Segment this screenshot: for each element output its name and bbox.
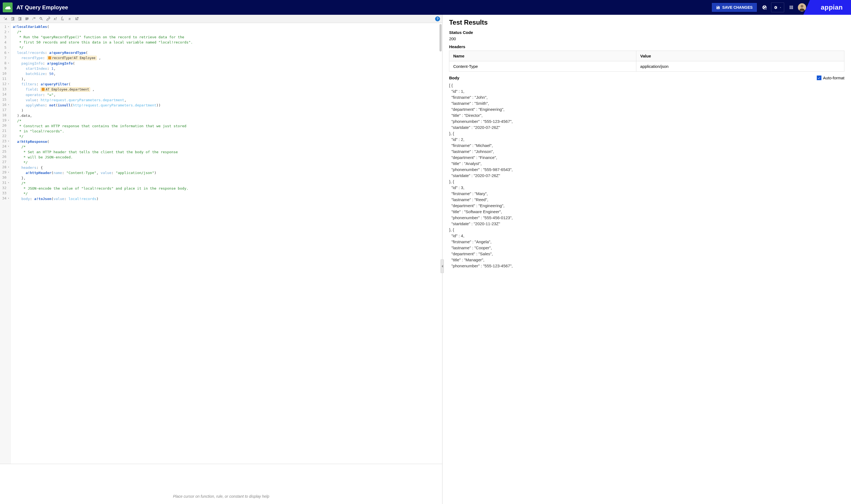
app-header: AT Query Employee SAVE CHANGES appian bbox=[0, 0, 851, 15]
comment-icon[interactable]: /* bbox=[31, 16, 37, 22]
brand-text: appian bbox=[821, 3, 843, 11]
chevron-down-icon bbox=[779, 6, 782, 9]
pi-icon[interactable]: π bbox=[66, 16, 73, 22]
headers-col-name: Name bbox=[449, 51, 636, 61]
editor-hint: Place cursor on function, rule, or const… bbox=[0, 464, 442, 504]
response-body: [ { "id" : 1, "firstname" : "John", "las… bbox=[449, 82, 845, 269]
apps-grid-icon[interactable] bbox=[786, 2, 796, 12]
body-label: Body bbox=[449, 75, 459, 80]
page-title: AT Query Employee bbox=[16, 4, 68, 11]
function-fx-icon[interactable]: fx bbox=[59, 16, 66, 22]
magic-wand-icon[interactable] bbox=[2, 16, 9, 22]
table-row: Content-Typeapplication/json bbox=[449, 61, 845, 72]
brand-logo: appian bbox=[810, 0, 851, 15]
editor-pane: /* x! fx π ? 1▾2▾3456▾78▾9101112▾1314151… bbox=[0, 15, 442, 504]
save-button-label: SAVE CHANGES bbox=[722, 5, 753, 10]
headers-table: Name Value Content-Typeapplication/json bbox=[449, 51, 845, 72]
export-icon[interactable] bbox=[73, 16, 80, 22]
save-icon bbox=[716, 5, 720, 10]
help-icon[interactable]: ? bbox=[435, 16, 440, 21]
svg-point-0 bbox=[765, 8, 766, 9]
gear-icon bbox=[774, 5, 778, 10]
headers-label: Headers bbox=[449, 44, 845, 49]
search-icon[interactable] bbox=[38, 16, 45, 22]
indent-icon[interactable] bbox=[16, 16, 23, 22]
link-icon[interactable] bbox=[45, 16, 51, 22]
pane-splitter[interactable] bbox=[440, 259, 444, 273]
settings-dropdown[interactable] bbox=[771, 2, 784, 12]
format-icon[interactable] bbox=[23, 16, 30, 22]
editor-scrollbar[interactable] bbox=[439, 24, 442, 51]
status-code-value: 200 bbox=[449, 36, 845, 41]
autoformat-label: Auto-format bbox=[823, 75, 845, 80]
editor-toolbar: /* x! fx π ? bbox=[0, 15, 442, 23]
app-logo-icon bbox=[3, 2, 13, 12]
status-code-label: Status Code bbox=[449, 30, 845, 35]
svg-point-2 bbox=[801, 5, 803, 8]
variable-x-icon[interactable]: x! bbox=[52, 16, 58, 22]
outdent-icon[interactable] bbox=[9, 16, 16, 22]
results-pane: Test Results Status Code 200 Headers Nam… bbox=[442, 15, 851, 504]
search-global-icon[interactable] bbox=[760, 2, 769, 12]
code-editor[interactable]: 1▾2▾3456▾78▾9101112▾13141516▾171819▾2021… bbox=[0, 23, 442, 464]
headers-col-value: Value bbox=[636, 51, 845, 61]
save-changes-button[interactable]: SAVE CHANGES bbox=[712, 3, 757, 12]
autoformat-checkbox[interactable]: Auto-format bbox=[817, 75, 845, 80]
results-title: Test Results bbox=[449, 19, 845, 26]
checkbox-checked-icon bbox=[817, 75, 821, 80]
